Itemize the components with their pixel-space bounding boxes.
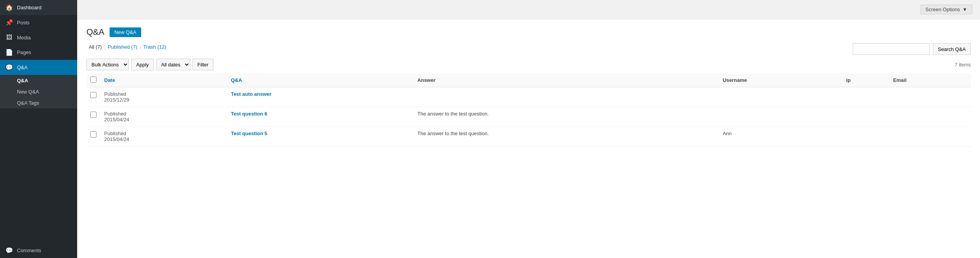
main-area: Screen Options ▼ Q&A New Q&A All (7) | P… <box>77 0 980 258</box>
row-email-cell <box>889 107 971 127</box>
page-header: Q&A New Q&A <box>86 27 971 37</box>
row-date-cell: Published 2015/12/29 <box>100 87 227 107</box>
row-username-cell <box>719 107 842 127</box>
sidebar-sub-item-qna-main[interactable]: Q&A <box>0 75 77 86</box>
new-qna-button[interactable]: New Q&A <box>110 27 141 37</box>
sidebar-item-media[interactable]: 🖼 Media <box>0 30 77 45</box>
sidebar-item-label: Posts <box>17 20 30 25</box>
media-icon: 🖼 <box>5 34 13 41</box>
col-date: Date <box>100 73 227 87</box>
row-status: Published <box>104 91 126 97</box>
items-count-text: 7 items <box>955 62 971 68</box>
row-qna-cell: Test question 6 <box>227 107 413 127</box>
actions-row: Bulk Actions Apply All dates Filter 7 it… <box>86 59 971 70</box>
filter-trash-link[interactable]: Trash (12) <box>141 44 168 50</box>
sidebar-submenu-qna: Q&A New Q&A Q&A Tags <box>0 75 77 109</box>
col-date-link[interactable]: Date <box>104 77 115 83</box>
sidebar-item-dashboard[interactable]: 🏠 Dashboard <box>0 0 77 15</box>
row-checkbox[interactable] <box>90 112 96 118</box>
pages-icon: 📄 <box>5 49 13 56</box>
row-check-cell <box>86 107 100 127</box>
col-answer: Answer <box>414 73 719 87</box>
table-row: Published 2015/04/24 Test question 5 The… <box>86 127 971 146</box>
sidebar-item-qna[interactable]: 💬 Q&A <box>0 60 77 75</box>
sidebar-item-label: Comments <box>17 248 41 253</box>
col-qna: Q&A <box>227 73 413 87</box>
dashboard-icon: 🏠 <box>5 4 13 11</box>
select-all-checkbox[interactable] <box>90 76 96 83</box>
row-date-cell: Published 2015/04/24 <box>100 107 227 127</box>
row-status: Published <box>104 111 126 117</box>
filter-links: All (7) | Published (7) | Trash (12) <box>86 44 169 50</box>
bulk-actions-select[interactable]: Bulk Actions <box>86 59 129 70</box>
search-area: Search Q&A <box>853 43 971 55</box>
row-check-cell <box>86 87 100 107</box>
col-check <box>86 73 100 87</box>
sidebar-item-label: Media <box>17 35 30 41</box>
topbar: Screen Options ▼ <box>77 0 980 19</box>
sidebar: 🏠 Dashboard 📌 Posts 🖼 Media 📄 Pages 💬 Q&… <box>0 0 77 258</box>
col-ip: ip <box>842 73 889 87</box>
row-username-cell <box>719 87 842 107</box>
row-answer-cell: The answer to the test question. <box>414 107 719 127</box>
row-checkbox[interactable] <box>90 131 96 137</box>
row-date: 2015/12/29 <box>104 97 129 103</box>
comments-icon: 💬 <box>5 247 13 254</box>
row-qna-link[interactable]: Test auto answer <box>231 91 271 97</box>
row-date: 2015/04/24 <box>104 117 129 122</box>
content-area: Q&A New Q&A All (7) | Published (7) | Tr… <box>77 19 980 258</box>
row-username-cell: Ann <box>719 127 842 146</box>
row-check-cell <box>86 127 100 146</box>
row-email-cell <box>889 127 971 146</box>
col-email: Email <box>889 73 971 87</box>
sidebar-sub-item-qna-tags[interactable]: Q&A Tags <box>0 97 77 109</box>
row-qna-cell: Test auto answer <box>227 87 413 107</box>
table-row: Published 2015/12/29 Test auto answer <box>86 87 971 107</box>
filter-published-link[interactable]: Published (7) <box>105 44 140 50</box>
table-row: Published 2015/04/24 Test question 6 The… <box>86 107 971 127</box>
row-answer-cell <box>414 87 719 107</box>
sidebar-sub-item-qna-new[interactable]: New Q&A <box>0 86 77 97</box>
row-date-cell: Published 2015/04/24 <box>100 127 227 146</box>
page-title: Q&A <box>86 27 104 37</box>
chevron-down-icon: ▼ <box>962 7 967 12</box>
row-answer-cell: The answer to the test question. <box>414 127 719 146</box>
col-qna-link[interactable]: Q&A <box>231 77 242 83</box>
sidebar-item-label: Pages <box>17 49 31 55</box>
row-qna-cell: Test question 5 <box>227 127 413 146</box>
row-status: Published <box>104 131 126 136</box>
row-ip-cell <box>842 107 889 127</box>
sidebar-item-label: Q&A <box>17 64 27 70</box>
table-header-row: Date Q&A Answer Username ip Email <box>86 73 971 87</box>
posts-icon: 📌 <box>5 19 13 26</box>
row-ip-cell <box>842 87 889 107</box>
sidebar-item-comments[interactable]: 💬 Comments <box>0 243 77 258</box>
actions-left: Bulk Actions Apply All dates Filter <box>86 59 213 70</box>
apply-button[interactable]: Apply <box>131 59 154 70</box>
sidebar-item-posts[interactable]: 📌 Posts <box>0 15 77 30</box>
filter-all-link[interactable]: All (7) <box>86 44 104 50</box>
row-checkbox[interactable] <box>90 92 96 98</box>
row-date: 2015/04/24 <box>104 136 129 142</box>
search-input[interactable] <box>853 43 930 55</box>
data-table: Date Q&A Answer Username ip Email Publis… <box>86 73 971 146</box>
screen-options-button[interactable]: Screen Options ▼ <box>921 5 972 14</box>
dates-select[interactable]: All dates <box>156 59 190 70</box>
row-email-cell <box>889 87 971 107</box>
sidebar-item-label: Dashboard <box>17 5 42 10</box>
qna-icon: 💬 <box>5 64 13 71</box>
col-username: Username <box>719 73 842 87</box>
sidebar-item-pages[interactable]: 📄 Pages <box>0 45 77 60</box>
search-qna-button[interactable]: Search Q&A <box>933 43 971 55</box>
filter-button[interactable]: Filter <box>193 59 214 70</box>
row-ip-cell <box>842 127 889 146</box>
row-qna-link[interactable]: Test question 6 <box>231 111 267 117</box>
items-count: 7 items <box>955 62 971 68</box>
screen-options-label: Screen Options <box>926 7 960 12</box>
row-qna-link[interactable]: Test question 5 <box>231 131 267 136</box>
